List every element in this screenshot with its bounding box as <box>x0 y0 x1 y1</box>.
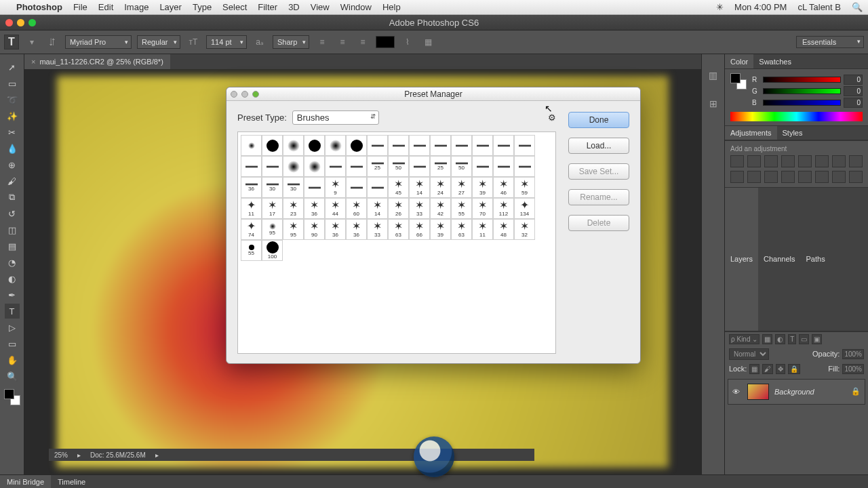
adj-hue-icon[interactable] <box>815 155 829 167</box>
dodge-tool-icon[interactable]: ◐ <box>5 271 20 286</box>
path-select-tool-icon[interactable]: ▷ <box>5 320 20 335</box>
close-tab-icon[interactable]: × <box>31 58 35 66</box>
brush-preset[interactable]: 30 <box>283 177 304 198</box>
eraser-tool-icon[interactable]: ◫ <box>5 222 20 237</box>
lasso-tool-icon[interactable]: ➰ <box>5 92 20 107</box>
tab-swatches[interactable]: Swatches <box>753 54 797 68</box>
text-color-swatch[interactable] <box>376 36 395 48</box>
brush-preset[interactable]: 36 <box>241 177 262 198</box>
stamp-tool-icon[interactable]: ⧉ <box>5 190 20 205</box>
menu-file[interactable]: File <box>73 2 87 12</box>
brush-preset[interactable] <box>514 156 535 177</box>
brush-preset[interactable]: 32 <box>514 219 535 240</box>
brush-preset[interactable] <box>304 177 325 198</box>
brush-preset[interactable]: 45 <box>388 177 409 198</box>
lock-position-icon[interactable]: ✥ <box>776 364 785 374</box>
dialog-close-icon[interactable] <box>231 91 237 98</box>
menu-image[interactable]: Image <box>124 2 149 12</box>
fill-input[interactable]: 100% <box>842 364 864 374</box>
brush-preset[interactable]: 33 <box>409 198 430 219</box>
r-input[interactable] <box>844 75 863 85</box>
brush-preset[interactable]: 60 <box>346 198 367 219</box>
brush-preset[interactable] <box>283 135 304 156</box>
tab-channels[interactable]: Channels <box>758 188 800 331</box>
doc-info-popup-icon[interactable]: ▸ <box>155 451 159 459</box>
brush-preset[interactable] <box>409 135 430 156</box>
brush-preset[interactable]: 48 <box>493 219 514 240</box>
chevron-down-icon[interactable]: ▾ <box>24 35 39 49</box>
load-button[interactable]: Load... <box>568 138 629 154</box>
brush-preset[interactable] <box>346 177 367 198</box>
blend-mode-dropdown[interactable]: Normal <box>729 348 769 360</box>
tab-timeline[interactable]: Timeline <box>51 475 92 488</box>
dialog-titlebar[interactable]: Preset Manager <box>226 87 640 101</box>
adj-vibrance-icon[interactable] <box>798 155 812 167</box>
layer-name[interactable]: Background <box>774 388 814 396</box>
brush-preset[interactable]: 9 <box>325 177 346 198</box>
wand-tool-icon[interactable]: ✨ <box>5 108 20 123</box>
menu-layer[interactable]: Layer <box>159 2 182 12</box>
menu-help[interactable]: Help <box>382 2 401 12</box>
filter-shape-icon[interactable]: ▭ <box>799 334 809 344</box>
history-panel-icon[interactable]: ▥ <box>706 68 721 83</box>
brush-preset[interactable]: 50 <box>451 156 472 177</box>
brush-preset[interactable]: 55 <box>451 198 472 219</box>
brush-preset[interactable]: 36 <box>346 219 367 240</box>
font-family-dropdown[interactable]: Myriad Pro <box>65 35 132 49</box>
brush-preset[interactable] <box>409 156 430 177</box>
brush-preset[interactable]: 50 <box>388 156 409 177</box>
brush-preset[interactable] <box>325 156 346 177</box>
gear-icon[interactable]: ⚙ <box>548 113 556 123</box>
brush-preset[interactable] <box>451 135 472 156</box>
brush-preset[interactable]: 59 <box>514 177 535 198</box>
adj-lookup-icon[interactable] <box>764 171 778 183</box>
brush-preset[interactable] <box>304 156 325 177</box>
spotlight-icon[interactable]: 🔍 <box>852 2 863 12</box>
save-set-button[interactable]: Save Set... <box>568 163 629 180</box>
marquee-tool-icon[interactable]: ▭ <box>5 76 20 91</box>
adj-invert-icon[interactable] <box>781 171 795 183</box>
brush-preset[interactable]: 100 <box>262 240 283 261</box>
lock-trans-icon[interactable]: ▦ <box>749 364 760 374</box>
preset-type-dropdown[interactable]: Brushes <box>292 110 379 125</box>
adj-channel-mixer-icon[interactable] <box>747 171 761 183</box>
adj-posterize-icon[interactable] <box>798 171 812 183</box>
brush-preset[interactable]: 90 <box>304 219 325 240</box>
brush-preset[interactable]: 24 <box>430 177 451 198</box>
brush-preset[interactable]: 134 <box>514 198 535 219</box>
adj-gradient-map-icon[interactable] <box>832 171 846 183</box>
brush-preset[interactable]: 33 <box>367 219 388 240</box>
menubar-user[interactable]: cL Talent B <box>797 2 841 12</box>
adj-selective-color-icon[interactable] <box>849 171 863 183</box>
align-left-icon[interactable]: ≡ <box>315 35 330 49</box>
brush-preset[interactable] <box>493 135 514 156</box>
brush-preset[interactable]: 36 <box>325 219 346 240</box>
brush-preset[interactable]: 30 <box>262 177 283 198</box>
align-right-icon[interactable]: ≡ <box>355 35 370 49</box>
adj-curves-icon[interactable] <box>764 155 778 167</box>
b-slider[interactable] <box>763 100 841 106</box>
brush-preset[interactable] <box>241 135 262 156</box>
tab-paths[interactable]: Paths <box>801 188 831 331</box>
text-orientation-icon[interactable]: ⮃ <box>45 35 60 49</box>
brush-preset[interactable]: 74 <box>241 219 262 240</box>
brush-preset[interactable]: 66 <box>409 219 430 240</box>
layer-thumbnail[interactable] <box>747 384 769 400</box>
tab-mini-bridge[interactable]: Mini Bridge <box>0 475 51 488</box>
font-style-dropdown[interactable]: Regular <box>137 35 180 49</box>
brush-preset[interactable] <box>430 135 451 156</box>
document-tab[interactable]: × maui_11-1226.CR2 @ 25% (RGB/8*) <box>24 54 170 69</box>
minimize-window-icon[interactable] <box>17 19 24 26</box>
brush-preset[interactable] <box>388 135 409 156</box>
brush-preset[interactable] <box>514 135 535 156</box>
gradient-tool-icon[interactable]: ▤ <box>5 239 20 253</box>
app-menu[interactable]: Photoshop <box>16 2 62 12</box>
brush-preset[interactable] <box>283 156 304 177</box>
brush-preset[interactable]: 112 <box>493 198 514 219</box>
brush-preset[interactable]: 36 <box>304 198 325 219</box>
brush-preset[interactable]: 14 <box>367 198 388 219</box>
adj-bw-icon[interactable] <box>849 155 863 167</box>
presets-list[interactable]: 2550255036303094514242739465911172336446… <box>237 131 556 354</box>
brush-preset[interactable]: 14 <box>409 177 430 198</box>
brush-preset[interactable]: 63 <box>451 219 472 240</box>
